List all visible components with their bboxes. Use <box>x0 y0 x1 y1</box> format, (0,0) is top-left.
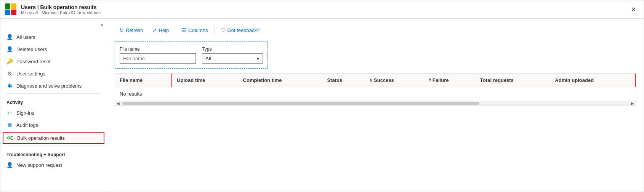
col-status: Status <box>322 74 365 87</box>
divider-activity <box>6 93 101 94</box>
user-settings-icon: ⚙ <box>6 70 13 77</box>
table-header: File name Upload time Completion time St… <box>115 74 635 87</box>
sidebar-item-new-support[interactable]: 👤 New support request <box>0 159 107 171</box>
scroll-right-icon[interactable]: ▶ <box>630 101 635 106</box>
type-select[interactable]: All Bulk create Bulk invite Bulk delete <box>202 53 263 64</box>
toolbar: ↻ Refresh ↗ Help ☰ Columns ♡ Got feedbac… <box>115 25 636 35</box>
svg-line-8 <box>10 138 11 139</box>
new-support-icon: 👤 <box>6 162 13 168</box>
divider-troubleshooting <box>6 146 101 146</box>
sidebar-item-label: Sign-ins <box>16 110 34 116</box>
audit-logs-icon: ▦ <box>6 122 13 128</box>
feedback-label: Got feedback? <box>227 27 260 33</box>
no-results-text: No results <box>115 87 635 101</box>
feedback-icon: ♡ <box>221 27 226 33</box>
type-filter: Type All Bulk create Bulk invite Bulk de… <box>202 46 263 64</box>
content-area: ↻ Refresh ↗ Help ☰ Columns ♡ Got feedbac… <box>107 19 644 192</box>
table-body: No results <box>115 87 635 101</box>
refresh-label: Refresh <box>126 27 143 33</box>
col-success: # Success <box>365 74 424 87</box>
sidebar-item-audit-logs[interactable]: ▦ Audit logs <box>0 119 107 131</box>
app-logo <box>5 3 17 16</box>
title-bar-left: Users | Bulk operation results Microsoft… <box>5 3 101 16</box>
sidebar-item-all-users[interactable]: 👤 All users <box>0 31 107 43</box>
data-table: File name Upload time Completion time St… <box>115 74 636 101</box>
sidebar-item-label: Password reset <box>16 59 51 64</box>
sidebar-item-deleted-users[interactable]: 👤 Deleted users <box>0 43 107 55</box>
scrollbar-thumb[interactable] <box>122 102 479 105</box>
type-select-wrapper: All Bulk create Bulk invite Bulk delete … <box>202 53 263 64</box>
help-label: Help <box>159 27 169 33</box>
sidebar-item-bulk-operation-highlight: Bulk operation results <box>3 132 104 144</box>
password-reset-icon: 🔑 <box>6 58 13 64</box>
col-admin-uploaded: Admin uploaded <box>550 74 635 87</box>
diagnose-icon: ✱ <box>6 83 13 89</box>
col-upload-time: Upload time <box>172 74 238 87</box>
col-file-name: File name <box>115 74 172 87</box>
filters-container: File name Type All Bulk create Bulk invi… <box>115 42 268 69</box>
sidebar-item-label: Diagnose and solve problems <box>16 83 82 89</box>
page-title: Users | Bulk operation results <box>21 4 101 10</box>
troubleshooting-section-label: Troubleshooting + Support <box>0 147 107 159</box>
title-bar: Users | Bulk operation results Microsoft… <box>0 0 644 19</box>
col-completion-time: Completion time <box>239 74 323 87</box>
table-header-row: File name Upload time Completion time St… <box>115 74 635 87</box>
scroll-left-icon[interactable]: ◀ <box>116 101 120 106</box>
all-users-icon: 👤 <box>6 34 13 40</box>
columns-button[interactable]: ☰ Columns <box>177 25 212 35</box>
activity-section-label: Activity <box>0 95 107 107</box>
bulk-operation-icon <box>7 135 13 141</box>
close-button[interactable]: ✕ <box>628 4 639 14</box>
file-name-label: File name <box>120 46 196 52</box>
svg-rect-2 <box>5 10 10 15</box>
sidebar-item-label: New support request <box>16 162 62 168</box>
svg-line-7 <box>10 137 11 138</box>
sidebar-item-label: User settings <box>16 71 45 77</box>
feedback-button[interactable]: ♡ Got feedback? <box>216 25 264 35</box>
refresh-button[interactable]: ↻ Refresh <box>115 25 148 35</box>
sidebar-item-password-reset[interactable]: 🔑 Password reset <box>0 55 107 67</box>
sidebar-item-label: Bulk operation results <box>17 135 65 141</box>
toolbar-divider-2 <box>214 26 215 34</box>
main-layout: « 👤 All users 👤 Deleted users 🔑 Password… <box>0 19 644 192</box>
title-text: Users | Bulk operation results Microsoft… <box>21 4 101 15</box>
sidebar-item-user-settings[interactable]: ⚙ User settings <box>0 67 107 80</box>
sidebar-collapse: « <box>0 22 107 31</box>
file-name-input[interactable] <box>120 53 196 64</box>
refresh-icon: ↻ <box>119 27 124 33</box>
sidebar-item-label: All users <box>16 34 35 40</box>
no-results-row: No results <box>115 87 635 101</box>
sidebar-item-sign-ins[interactable]: ↩ Sign-ins <box>0 107 107 119</box>
toolbar-divider-1 <box>175 26 175 34</box>
page-subtitle: Microsoft - Microsoft Entra ID for workf… <box>21 10 101 15</box>
horizontal-scrollbar[interactable]: ◀ ▶ <box>115 101 636 106</box>
sidebar: « 👤 All users 👤 Deleted users 🔑 Password… <box>0 19 107 192</box>
table-container: File name Upload time Completion time St… <box>115 73 636 106</box>
help-button[interactable]: ↗ Help <box>148 25 174 35</box>
type-label: Type <box>202 46 263 52</box>
deleted-users-icon: 👤 <box>6 46 13 52</box>
sidebar-item-label: Audit logs <box>16 122 38 128</box>
help-icon: ↗ <box>152 27 157 33</box>
col-total-requests: Total requests <box>476 74 550 87</box>
svg-point-4 <box>8 137 10 139</box>
scrollbar-track[interactable] <box>120 102 630 105</box>
sidebar-item-bulk-operation[interactable]: Bulk operation results <box>3 133 104 143</box>
sidebar-item-label: Deleted users <box>16 46 47 52</box>
col-failure: # Failure <box>424 74 476 87</box>
svg-rect-0 <box>5 3 10 9</box>
sidebar-item-diagnose[interactable]: ✱ Diagnose and solve problems <box>0 80 107 92</box>
columns-label: Columns <box>188 27 208 33</box>
file-name-filter: File name <box>120 46 196 64</box>
sign-ins-icon: ↩ <box>6 110 13 116</box>
svg-point-6 <box>11 139 13 140</box>
columns-icon: ☰ <box>181 27 186 33</box>
svg-rect-1 <box>11 3 16 9</box>
collapse-button[interactable]: « <box>101 22 104 28</box>
svg-point-5 <box>11 136 13 137</box>
svg-rect-3 <box>11 10 16 15</box>
